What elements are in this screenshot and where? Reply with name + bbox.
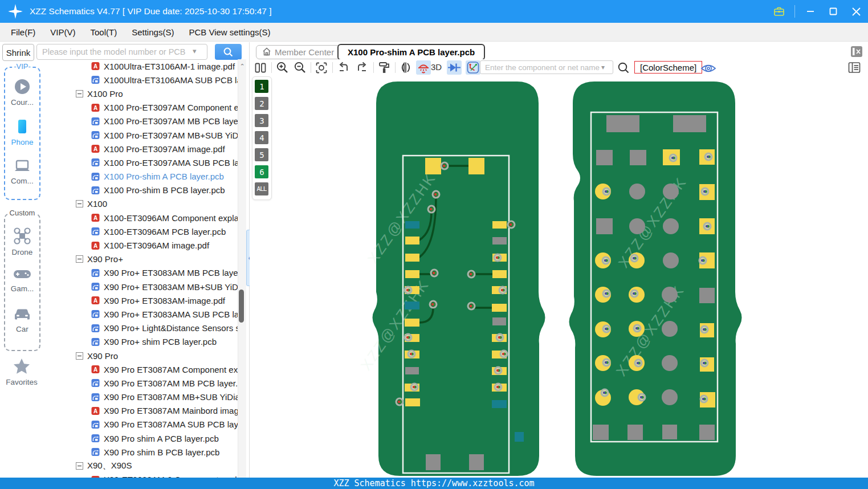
pcb-pad[interactable] [515, 432, 524, 442]
scrollbar-up-arrow-icon[interactable]: ⌃ [239, 63, 245, 70]
net-search-input[interactable] [480, 60, 613, 74]
maximize-button[interactable] [826, 4, 841, 19]
diode-mode-icon[interactable] [447, 60, 462, 75]
pcb-pad[interactable] [492, 304, 507, 312]
tree-item[interactable]: X100 Pro-ET3097AM MB PCB layer [43, 115, 238, 128]
tree-item[interactable]: X90 Pro+ ET3083AM MB+SUB YiDi [43, 280, 238, 294]
layer-button-2[interactable]: 2 [255, 97, 268, 110]
tree-scrollbar-track[interactable] [238, 59, 246, 489]
tree-item[interactable]: AX100Ultra-ET3106AM-1 image.pdf [43, 59, 238, 73]
tree-item[interactable]: X100 Pro-ET3097AM MB+SUB YiDi [43, 128, 238, 142]
pcb-pad[interactable] [405, 301, 419, 309]
tree-item[interactable]: X100 Pro-ET3097AMA SUB PCB lay [43, 156, 238, 169]
pcb-pad[interactable] [426, 454, 441, 470]
tree-group[interactable]: X90 Pro+ [43, 252, 238, 266]
pcb-pad[interactable] [405, 254, 419, 262]
pcb-pad[interactable] [405, 319, 419, 327]
tree-item[interactable]: X90 Pro+ ET3083AM MB PCB layer [43, 266, 238, 280]
pcb-pad[interactable] [492, 270, 507, 278]
pcb-pad[interactable] [405, 398, 420, 406]
pcb-pad[interactable] [468, 158, 484, 174]
pcb-pad[interactable] [405, 237, 419, 244]
pcb-pad[interactable] [662, 321, 678, 337]
split-view-icon[interactable] [253, 60, 268, 75]
pcb-pad[interactable] [596, 150, 613, 165]
sidebar-item-drone[interactable]: Drone [5, 227, 39, 256]
pcb-pad[interactable] [492, 317, 506, 325]
tree-item[interactable]: X100Ultra-ET3106AMA SUB PCB la [43, 73, 238, 87]
sidebar-item-cour[interactable]: Cour... [5, 78, 39, 107]
tree-item[interactable]: X90 Pro ET3087AM MB PCB layer.p [43, 376, 238, 390]
menu-item-pcb-view-settings[interactable]: PCB View settings(S) [181, 23, 278, 42]
sidebar-item-phone[interactable]: Phone [5, 118, 39, 146]
zoom-out-icon[interactable] [292, 60, 307, 75]
pcb-pad[interactable] [673, 115, 706, 132]
rotate-left-icon[interactable] [336, 60, 351, 75]
tree-group[interactable]: X90、X90S [43, 459, 238, 472]
shrink-button[interactable]: Shrink [2, 44, 34, 61]
layer-button-1[interactable]: 1 [255, 80, 268, 93]
pcb-pad[interactable] [662, 389, 678, 405]
pcb-canvas[interactable]: XZZ@XZZHKXZZ@XZZHKXZZ@XZZHKXZZ@XZZHK [250, 76, 868, 478]
tab-active-pcb-file[interactable]: X100 Pro-shim A PCB layer.pcb [337, 44, 485, 60]
layer-button-6[interactable]: 6 [255, 165, 268, 178]
tree-item[interactable]: AX100 Pro-ET3097AM Component e [43, 101, 238, 115]
menu-item-settings[interactable]: Settings(S) [124, 23, 181, 42]
pcb-board[interactable] [373, 82, 545, 476]
sidebar-item-car[interactable]: Car [5, 307, 39, 333]
pcb-pad[interactable] [492, 400, 507, 408]
sidebar-item-favorites[interactable]: Favorites [4, 358, 39, 386]
tree-item[interactable]: AX90 Pro+ ET3083AM-image.pdf [43, 294, 238, 307]
tree-scrollbar-thumb[interactable] [239, 290, 244, 323]
rotate-right-icon[interactable] [354, 60, 369, 75]
pcb-pad[interactable] [492, 221, 507, 229]
tree-item[interactable]: AX100-ET3096AM Component expla [43, 211, 238, 225]
tree-item[interactable]: AX90 Pro ET3087AM Mainbord imag [43, 404, 238, 418]
tree-item[interactable]: X100 Pro-shim A PCB layer.pcb [43, 170, 238, 184]
pcb-pad[interactable] [593, 425, 609, 440]
pcb-pad[interactable] [663, 218, 679, 234]
collapse-icon[interactable] [76, 352, 83, 360]
colorscheme-button[interactable]: [ColorScheme] [634, 61, 702, 74]
right-panel-toggle-icon[interactable] [847, 60, 862, 75]
fit-screen-icon[interactable] [314, 60, 329, 75]
tree-group[interactable]: X100 Pro [43, 87, 238, 100]
pcb-pad[interactable] [606, 115, 639, 132]
zoom-in-icon[interactable] [275, 60, 290, 75]
tree-item[interactable]: X90 Pro ET3087AMA SUB PCB laye [43, 418, 238, 431]
pcb-pad[interactable] [469, 454, 484, 470]
pcb-pad[interactable] [425, 158, 441, 174]
pcb-pad[interactable] [405, 221, 419, 229]
sidebar-item-com[interactable]: Com... [5, 158, 39, 185]
collapse-icon[interactable] [76, 462, 83, 470]
license-briefcase-icon[interactable] [772, 4, 787, 19]
pcb-pad[interactable] [663, 184, 679, 199]
pcb-pad[interactable] [629, 184, 645, 199]
tree-item[interactable]: X90 Pro shim A PCB layer.pcb [43, 431, 238, 445]
measure-tool-icon[interactable] [466, 60, 480, 75]
net-search-chevron-icon[interactable]: ▾ [601, 63, 605, 71]
tree-item[interactable]: X100-ET3096AM PCB layer.pcb [43, 225, 238, 238]
tree-item[interactable]: X90 Pro+ ET3083AMA SUB PCB lay [43, 307, 238, 321]
light-lamp-toggle-icon[interactable] [416, 60, 431, 75]
model-search-button[interactable] [215, 44, 242, 60]
mirror-flip-icon[interactable] [398, 60, 413, 75]
pcb-pad[interactable] [699, 425, 715, 440]
pcb-pad[interactable] [629, 218, 645, 234]
tree-group[interactable]: X90 Pro [43, 349, 238, 362]
visibility-eye-icon[interactable] [700, 61, 717, 75]
tree-item[interactable]: AX100 Pro-ET3097AM image.pdf [43, 142, 238, 156]
menu-item-vip[interactable]: VIP(V) [43, 23, 83, 42]
minimize-button[interactable] [803, 4, 818, 19]
tree-item[interactable]: AX100-ET3096AM image.pdf [43, 238, 238, 252]
close-button[interactable] [849, 4, 863, 19]
pcb-pad[interactable] [627, 425, 643, 440]
model-search-chevron-icon[interactable]: ▾ [193, 47, 197, 55]
pcb-pad[interactable] [630, 150, 646, 165]
tab-member-center[interactable]: Member Center [256, 45, 340, 59]
paint-roller-icon[interactable] [377, 60, 392, 75]
pcb-pad[interactable] [596, 218, 613, 234]
pcb-pad[interactable] [662, 287, 678, 303]
close-panel-icon[interactable] [850, 46, 863, 58]
collapse-icon[interactable] [76, 90, 83, 97]
